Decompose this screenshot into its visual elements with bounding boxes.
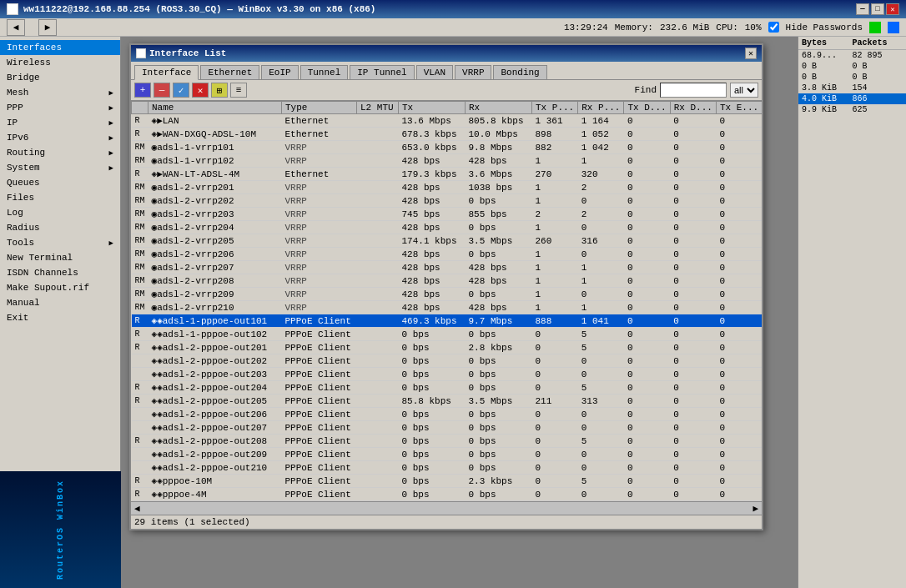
sidebar-item-log[interactable]: Log (0, 205, 120, 220)
sidebar-item-new-terminal[interactable]: New Terminal (0, 250, 120, 265)
col-type[interactable]: Type (282, 102, 357, 114)
table-row[interactable]: RM ◉adsl-2-vrrp204VRRP428 bps0 bps10000 (132, 221, 763, 234)
sidebar-item-interfaces[interactable]: Interfaces (0, 40, 120, 55)
sidebar-item-ipv6[interactable]: IPv6▶ (0, 130, 120, 145)
sidebar-item-wireless[interactable]: Wireless (0, 55, 120, 70)
sidebar-item-files[interactable]: Files (0, 190, 120, 205)
table-row[interactable]: RM ◉adsl-2-vrrp205VRRP174.1 kbps3.5 Mbps… (132, 234, 763, 248)
table-row[interactable]: RM ◉adsl-2-vrrp208VRRP428 bps428 bps1100… (132, 274, 763, 288)
right-panel-row[interactable]: 4.0 KiB866 (798, 93, 906, 104)
maximize-button[interactable]: □ (871, 3, 884, 15)
col-flags[interactable] (132, 102, 148, 114)
sidebar-item-routing[interactable]: Routing▶ (0, 145, 120, 160)
disable-button[interactable]: ✕ (192, 83, 209, 98)
right-bytes-value: 68.9... (802, 51, 853, 60)
find-input[interactable] (660, 83, 727, 98)
table-row[interactable]: RM ◉adsl-2-vrrp207VRRP428 bps428 bps1100… (132, 261, 763, 274)
table-row[interactable]: R◈▶WAN-LT-ADSL-4MEthernet179.3 kbps3.6 M… (132, 168, 763, 181)
table-row[interactable]: ◈◈adsl-2-pppoe-out206PPPoE Client0 bps0 … (132, 408, 763, 421)
table-row[interactable]: RM ◉adsl-2-vrrp206VRRP428 bps0 bps10000 (132, 248, 763, 261)
table-row[interactable]: ◈◈adsl-2-pppoe-out203PPPoE Client0 bps0 … (132, 368, 763, 381)
right-panel-row[interactable]: 68.9...82 895 (798, 50, 906, 61)
sidebar-item-tools[interactable]: Tools▶ (0, 235, 120, 250)
table-row[interactable]: R ◈◈adsl-2-pppoe-out204PPPoE Client0 bps… (132, 381, 763, 395)
right-panel-row[interactable]: 0 B0 B (798, 61, 906, 72)
sidebar-item-ip[interactable]: IP▶ (0, 115, 120, 130)
forward-button[interactable]: ▶ (38, 19, 57, 36)
table-row[interactable]: R ◈◈pppoe-10MPPPoE Client0 bps2.3 kbps05… (132, 475, 763, 488)
sidebar-item-make-supout.rif[interactable]: Make Supout.rif (0, 280, 120, 295)
table-row[interactable]: ◈◈adsl-2-pppoe-out209PPPoE Client0 bps0 … (132, 448, 763, 461)
remove-button[interactable]: — (154, 83, 170, 98)
table-row[interactable]: RM ◉adsl-1-vrrp101VRRP653.0 kbps9.8 Mbps… (132, 141, 763, 154)
enable-button[interactable]: ✓ (173, 83, 189, 98)
table-cell: VRRP (282, 208, 357, 221)
col-name[interactable]: Name (148, 102, 282, 114)
tab-vlan[interactable]: VLAN (416, 65, 453, 79)
table-row[interactable]: ◈◈adsl-2-pppoe-out210PPPoE Client0 bps0 … (132, 461, 763, 475)
hide-passwords-checkbox[interactable] (768, 22, 779, 33)
right-panel-row[interactable]: 3.8 KiB154 (798, 83, 906, 93)
table-row[interactable]: R◈▶WAN-DXGQ-ADSL-10MEthernet678.3 kbps10… (132, 128, 763, 141)
tab-ethernet[interactable]: Ethernet (200, 65, 259, 79)
col-txp[interactable]: Tx P... (532, 102, 578, 114)
table-row[interactable]: R ◈◈adsl-1-pppoe-out102PPPoE Client0 bps… (132, 328, 763, 341)
tab-bonding[interactable]: Bonding (493, 65, 546, 79)
right-panel-row[interactable]: 0 B0 B (798, 72, 906, 83)
minimize-button[interactable]: — (856, 3, 869, 15)
tab-tunnel[interactable]: Tunnel (300, 65, 349, 79)
tab-bar: InterfaceEthernetEoIPTunnelIP TunnelVLAN… (131, 62, 762, 80)
table-cell (357, 408, 399, 421)
table-row[interactable]: R ◈◈adsl-2-pppoe-out201PPPoE Client0 bps… (132, 341, 763, 354)
col-tx[interactable]: Tx (399, 102, 466, 114)
table-row[interactable]: R◈◈adsl-1-pppoe-out101PPPoE Client469.3 … (132, 314, 763, 328)
find-select[interactable]: all (730, 83, 758, 98)
sidebar-item-ppp[interactable]: PPP▶ (0, 100, 120, 115)
sidebar-item-bridge[interactable]: Bridge (0, 70, 120, 85)
close-button[interactable]: ✕ (886, 3, 899, 15)
tab-vrrp[interactable]: VRRP (455, 65, 491, 79)
filter-button[interactable]: ≡ (230, 83, 247, 98)
add-button[interactable]: + (134, 83, 151, 98)
tab-ip-tunnel[interactable]: IP Tunnel (350, 65, 414, 79)
table-row[interactable]: R ◈◈adsl-2-pppoe-out205PPPoE Client85.8 … (132, 395, 763, 408)
table-row[interactable]: RM ◉adsl-2-vrrp209VRRP428 bps0 bps10000 (132, 288, 763, 301)
table-row[interactable]: RM ◉adsl-2-vrrp201VRRP428 bps1038 bps120… (132, 181, 763, 194)
sidebar-item-mesh[interactable]: Mesh▶ (0, 85, 120, 100)
sidebar-item-system[interactable]: System▶ (0, 160, 120, 175)
table-row[interactable]: R ◈◈pppoe-4MPPPoE Client0 bps0 bps00000 (132, 488, 763, 501)
col-l2mtu[interactable]: L2 MTU (357, 102, 399, 114)
col-txd[interactable]: Tx D... (624, 102, 670, 114)
copy-button[interactable]: ⊞ (211, 83, 228, 98)
sidebar-item-queues[interactable]: Queues (0, 175, 120, 190)
sidebar-item-exit[interactable]: Exit (0, 310, 120, 325)
table-cell (357, 234, 399, 248)
col-rx[interactable]: Rx (466, 102, 532, 114)
back-button[interactable]: ◀ (7, 19, 25, 36)
col-rxp[interactable]: Rx P... (578, 102, 624, 114)
table-row[interactable]: RM ◉adsl-2-vrrp202VRRP428 bps0 bps10000 (132, 194, 763, 208)
table-row[interactable]: RM ◉adsl-2-vrrp203VRRP745 bps855 bps2200… (132, 208, 763, 221)
table-cell: PPPoE Client (282, 354, 357, 368)
table-row[interactable]: RM ◉adsl-1-vrrp102VRRP428 bps428 bps1100… (132, 154, 763, 168)
table-cell (357, 381, 399, 395)
table-row[interactable]: RM ◉adsl-2-vrrp210VRRP428 bps428 bps1100… (132, 301, 763, 314)
sidebar-item-isdn-channels[interactable]: ISDN Channels (0, 265, 120, 280)
col-rxd[interactable]: Rx D... (670, 102, 716, 114)
sidebar-item-radius[interactable]: Radius (0, 220, 120, 235)
table-cell: PPPoE Client (282, 395, 357, 408)
tab-eoip[interactable]: EoIP (261, 65, 298, 79)
tab-interface[interactable]: Interface (134, 65, 199, 80)
interface-table-container[interactable]: Name Type L2 MTU Tx Rx Tx P... Rx P... T… (131, 101, 762, 501)
table-cell: R (132, 381, 148, 395)
sidebar-item-manual[interactable]: Manual (0, 295, 120, 310)
interface-window-close[interactable]: ✕ (745, 48, 757, 59)
table-row[interactable]: ◈◈adsl-2-pppoe-out202PPPoE Client0 bps0 … (132, 354, 763, 368)
table-row[interactable]: R ◈◈adsl-2-pppoe-out208PPPoE Client0 bps… (132, 435, 763, 448)
table-row[interactable]: ◈◈adsl-2-pppoe-out207PPPoE Client0 bps0 … (132, 421, 763, 435)
table-cell: 3.5 Mbps (466, 234, 532, 248)
col-txe[interactable]: Tx E... (716, 102, 762, 114)
scrollbar-area[interactable]: ◀ ▶ (131, 501, 762, 515)
table-row[interactable]: R◈▶LANEthernet13.6 Mbps805.8 kbps1 3611 … (132, 114, 763, 128)
right-panel-row[interactable]: 9.9 KiB625 (798, 104, 906, 115)
